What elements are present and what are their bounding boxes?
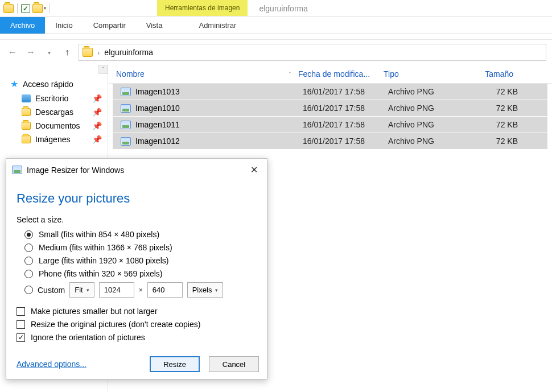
breadcrumb[interactable]: elguruinforma (104, 48, 153, 57)
option-label: Large (fits within 1920 × 1080 pixels) (39, 256, 168, 265)
option-phone[interactable]: Phone (fits within 320 × 569 pixels) (24, 269, 257, 278)
forward-button[interactable]: → (24, 46, 38, 59)
sidebar-item-downloads[interactable]: Descargas 📌 (0, 105, 108, 119)
column-date-label: Fecha de modifica... (298, 69, 370, 79)
file-name: Imagen1013 (135, 87, 180, 96)
sort-ascending-icon: ˄ (289, 71, 291, 77)
dialog-body: Resize your pictures Select a size. Smal… (6, 181, 267, 342)
resize-button[interactable]: Resize (150, 356, 200, 372)
dialog-title: Image Resizer for Windows (27, 166, 124, 175)
sidebar-item-pictures[interactable]: Imágenes 📌 (0, 133, 108, 146)
app-icon (12, 166, 22, 174)
table-row[interactable]: Imagen1012 16/01/2017 17:58 Archivo PNG … (113, 133, 547, 149)
back-button[interactable]: ← (6, 46, 19, 59)
file-type: Archivo PNG (385, 86, 470, 97)
check-label: Make pictures smaller but not larger (31, 307, 158, 316)
cancel-button[interactable]: Cancel (209, 356, 259, 372)
height-input[interactable]: 640 (147, 282, 183, 298)
check-label: Ignore the orientation of pictures (31, 333, 145, 342)
tab-view[interactable]: Vista (136, 17, 173, 34)
file-name: Imagen1012 (135, 137, 180, 146)
star-icon: ★ (10, 79, 18, 89)
image-file-icon (121, 121, 131, 129)
sidebar-quick-access[interactable]: ★ Acceso rápido (0, 76, 108, 92)
option-custom[interactable]: Custom Fit ▾ 1024 × 640 Pixels ▾ (24, 282, 257, 298)
radio-icon (24, 230, 33, 239)
up-button[interactable]: ↑ (60, 46, 74, 59)
check-only-smaller[interactable]: Make pictures smaller but not larger (17, 307, 257, 316)
title-bar: ✓ ▾ Herramientas de imagen elguruinforma (0, 0, 552, 17)
option-large[interactable]: Large (fits within 1920 × 1080 pixels) (24, 256, 257, 265)
tab-home[interactable]: Inicio (45, 17, 83, 34)
sidebar-item-label: Descargas (35, 108, 73, 117)
column-name[interactable]: Nombre ˄ (113, 65, 295, 83)
column-type[interactable]: Tipo (380, 65, 466, 83)
radio-icon (24, 257, 33, 265)
option-small[interactable]: Small (fits within 854 × 480 pixels) (24, 230, 257, 239)
advanced-options-link[interactable]: Advanced options... (17, 360, 86, 369)
check-label: Resize the original pictures (don't crea… (31, 320, 200, 329)
ribbon-body (0, 34, 552, 40)
check-resize-original[interactable]: Resize the original pictures (don't crea… (17, 320, 257, 329)
column-size[interactable]: Tamaño (466, 65, 517, 83)
file-name: Imagen1011 (135, 120, 180, 129)
option-medium[interactable]: Medium (fits within 1366 × 768 pixels) (24, 243, 257, 252)
file-size: 72 KB (470, 119, 521, 130)
pictures-icon (22, 135, 31, 143)
app-folder-icon (3, 4, 14, 13)
quick-access-toolbar: ✓ ▾ (0, 0, 55, 16)
documents-icon (22, 122, 31, 130)
sidebar-item-label: Documentos (35, 121, 80, 130)
tab-file[interactable]: Archivo (0, 17, 45, 34)
image-file-icon (121, 137, 131, 146)
pin-icon: 📌 (92, 94, 102, 103)
width-input[interactable]: 1024 (99, 282, 134, 298)
fit-mode-dropdown[interactable]: Fit ▾ (69, 282, 94, 298)
image-file-icon (121, 88, 131, 96)
tab-share[interactable]: Compartir (83, 17, 136, 34)
radio-icon (24, 244, 33, 252)
file-type: Archivo PNG (385, 102, 470, 114)
contextual-tab-label: Herramientas de imagen (157, 0, 248, 16)
image-resizer-dialog: Image Resizer for Windows ✕ Resize your … (6, 158, 267, 379)
close-button[interactable]: ✕ (247, 163, 261, 176)
table-row[interactable]: Imagen1010 16/01/2017 17:58 Archivo PNG … (113, 100, 547, 116)
resize-button-label: Resize (163, 360, 186, 369)
tab-manage[interactable]: Administrar (188, 17, 246, 34)
sidebar-item-label: Imágenes (35, 135, 70, 144)
checkbox-group: Make pictures smaller but not larger Res… (17, 307, 257, 342)
check-ignore-orientation[interactable]: ✓ Ignore the orientation of pictures (17, 333, 257, 342)
address-bar[interactable]: › elguruinforma (79, 44, 546, 61)
column-size-label: Tamaño (485, 69, 513, 79)
column-date[interactable]: Fecha de modifica... (295, 65, 380, 83)
sidebar-item-label: Escritorio (35, 94, 68, 103)
downloads-icon (22, 108, 31, 116)
sidebar-item-documents[interactable]: Documentos 📌 (0, 119, 108, 133)
pin-icon: 📌 (92, 108, 102, 117)
recent-locations-caret[interactable]: ▾ (42, 46, 56, 59)
sidebar-item-desktop[interactable]: Escritorio 📌 (0, 92, 108, 105)
unit-dropdown[interactable]: Pixels ▾ (187, 282, 224, 298)
file-type: Archivo PNG (385, 135, 470, 147)
select-size-label: Select a size. (17, 215, 257, 224)
file-type: Archivo PNG (385, 119, 470, 130)
table-row[interactable]: Imagen1011 16/01/2017 17:58 Archivo PNG … (113, 117, 547, 133)
radio-icon (24, 270, 33, 278)
image-file-icon (121, 104, 131, 113)
file-size: 72 KB (470, 102, 521, 114)
qat-properties-icon[interactable]: ✓ (21, 4, 30, 13)
column-type-label: Tipo (384, 69, 399, 79)
dialog-titlebar: Image Resizer for Windows ✕ (6, 159, 267, 181)
folder-icon (83, 48, 93, 57)
ribbon-tabs: Archivo Inicio Compartir Vista Administr… (0, 17, 552, 34)
qat-new-folder-button[interactable]: ▾ (32, 4, 46, 13)
sidebar-scroll-up[interactable]: ˄ (98, 65, 108, 74)
pin-icon: 📌 (92, 121, 102, 130)
table-row[interactable]: Imagen1013 16/01/2017 17:58 Archivo PNG … (113, 84, 547, 100)
option-label: Custom (38, 286, 65, 295)
checkbox-icon (17, 307, 25, 316)
width-value: 1024 (104, 286, 121, 294)
file-date: 16/01/2017 17:58 (299, 119, 385, 130)
size-options: Small (fits within 854 × 480 pixels) Med… (17, 230, 257, 298)
separator (17, 3, 18, 14)
